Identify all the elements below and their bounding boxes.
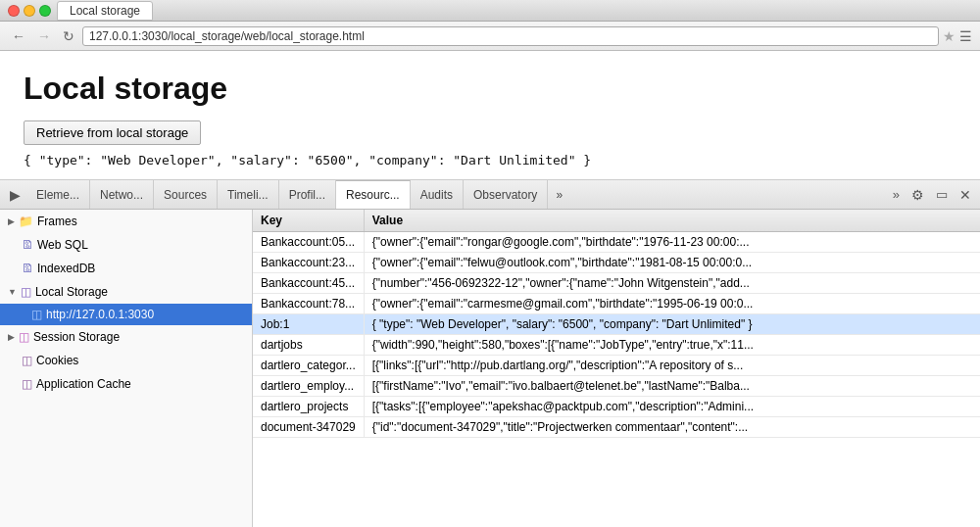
sidebar-label-cookies: Cookies	[36, 354, 78, 367]
browser-titlebar: Local storage	[0, 0, 980, 22]
table-row[interactable]: dartlero_projects[{"tasks":[{"employee":…	[253, 397, 980, 417]
devtools-toolbar: ▶ Eleme... Netwo... Sources Timeli... Pr…	[0, 180, 980, 210]
browser-controls	[8, 5, 51, 17]
db-icon-websql: 🖻	[22, 238, 33, 252]
table-cell-value: { "type": "Web Developer", "salary": "65…	[364, 314, 980, 335]
table-row[interactable]: Bankaccount:78...{"owner":{"email":"carm…	[253, 294, 980, 314]
sidebar-item-session-storage[interactable]: ▶ ◫ Session Storage	[0, 325, 252, 349]
tab-elements[interactable]: Eleme...	[26, 180, 90, 209]
table-cell-key: dartlero_categor...	[253, 356, 364, 376]
table-row[interactable]: document-347029{"id":"document-347029","…	[253, 417, 980, 438]
table-cell-key: Bankaccount:45...	[253, 273, 364, 294]
sidebar-label-session-storage: Session Storage	[33, 330, 120, 344]
expand-arrow-icon: ▶	[8, 216, 15, 226]
grid-icon-host: ◫	[31, 308, 42, 321]
tab-observatory[interactable]: Observatory	[464, 180, 548, 209]
close-button[interactable]	[8, 5, 20, 17]
devtools-panel: ▶ Eleme... Netwo... Sources Timeli... Pr…	[0, 180, 980, 527]
folder-icon: 📁	[19, 215, 33, 228]
table-cell-value: {"owner":{"email":"felwu@outlook.com","b…	[364, 253, 980, 273]
table-cell-key: dartjobs	[253, 335, 364, 356]
value-column-header: Value	[364, 210, 980, 232]
address-bar[interactable]: 127.0.0.1:3030/local_storage/web/local_s…	[82, 26, 939, 46]
tab-resources[interactable]: Resourc...	[336, 180, 411, 209]
page-content: Local storage Retrieve from local storag…	[0, 51, 980, 180]
sidebar-label-local-storage-host: http://127.0.0.1:3030	[46, 308, 154, 321]
table-cell-key: dartlero_employ...	[253, 376, 364, 397]
kv-table-container: Key Value Bankaccount:05...{"owner":{"em…	[253, 210, 980, 527]
grid-icon-local-storage: ◫	[21, 285, 31, 299]
sidebar-label-websql: Web SQL	[37, 238, 88, 252]
dock-icon[interactable]: ▭	[931, 185, 953, 204]
close-devtools-icon[interactable]: ✕	[955, 185, 976, 205]
settings-icon[interactable]: ⚙	[906, 185, 929, 205]
table-cell-value: {"number":"456-0692322-12","owner":{"nam…	[364, 273, 980, 294]
sidebar-label-indexeddb: IndexedDB	[37, 262, 95, 275]
table-cell-value: {"id":"document-347029","title":"Project…	[364, 417, 980, 438]
sidebar-item-app-cache[interactable]: ◫ Application Cache	[0, 372, 252, 396]
table-cell-key: document-347029	[253, 417, 364, 438]
table-row[interactable]: Bankaccount:45...{"number":"456-0692322-…	[253, 273, 980, 294]
table-cell-value: [{"links":[{"url":"http://pub.dartlang.o…	[364, 356, 980, 376]
key-column-header: Key	[253, 210, 364, 232]
devtools-sidebar: ▶ 📁 Frames 🖻 Web SQL 🖻 IndexedDB ▼ ◫ Loc…	[0, 210, 253, 527]
sidebar-label-local-storage: Local Storage	[35, 285, 108, 299]
table-cell-key: dartlero_projects	[253, 397, 364, 417]
tab-timeline[interactable]: Timeli...	[218, 180, 279, 209]
reload-button[interactable]: ↻	[59, 26, 78, 46]
browser-addressbar: ← → ↻ 127.0.0.1:3030/local_storage/web/l…	[0, 22, 980, 51]
table-cell-value: {"owner":{"email":"carmesme@gmail.com","…	[364, 294, 980, 314]
tab-audits[interactable]: Audits	[411, 180, 464, 209]
retrieve-button[interactable]: Retrieve from local storage	[24, 120, 201, 145]
toolbar-right: » ⚙ ▭ ✕	[888, 180, 976, 209]
sidebar-item-websql[interactable]: 🖻 Web SQL	[0, 233, 252, 257]
table-row[interactable]: Bankaccount:23...{"owner":{"email":"felw…	[253, 253, 980, 273]
devtools-body: ▶ 📁 Frames 🖻 Web SQL 🖻 IndexedDB ▼ ◫ Loc…	[0, 210, 980, 527]
star-button[interactable]: ★	[943, 28, 956, 44]
maximize-button[interactable]	[39, 5, 51, 17]
inspect-icon[interactable]: ▶	[4, 180, 26, 209]
tab-network[interactable]: Netwo...	[90, 180, 154, 209]
table-cell-value: [{"tasks":[{"employee":"apekshac@packtpu…	[364, 397, 980, 417]
kv-table: Key Value Bankaccount:05...{"owner":{"em…	[253, 210, 980, 438]
table-cell-key: Bankaccount:78...	[253, 294, 364, 314]
table-row[interactable]: Bankaccount:05...{"owner":{"email":"rong…	[253, 232, 980, 253]
sidebar-label-frames: Frames	[37, 215, 77, 228]
table-cell-key: Bankaccount:23...	[253, 253, 364, 273]
back-button[interactable]: ←	[8, 26, 29, 46]
console-icon[interactable]: »	[888, 185, 905, 204]
grid-icon-session-storage: ◫	[19, 330, 29, 344]
expand-arrow-icon-session: ▶	[8, 332, 15, 342]
table-row[interactable]: dartlero_categor...[{"links":[{"url":"ht…	[253, 356, 980, 376]
sidebar-item-local-storage[interactable]: ▼ ◫ Local Storage	[0, 280, 252, 304]
table-cell-value: {"width":990,"height":580,"boxes":[{"nam…	[364, 335, 980, 356]
table-row[interactable]: dartjobs{"width":990,"height":580,"boxes…	[253, 335, 980, 356]
expand-arrow-down-icon: ▼	[8, 287, 17, 297]
table-row[interactable]: Job:1{ "type": "Web Developer", "salary"…	[253, 314, 980, 335]
sidebar-item-indexeddb[interactable]: 🖻 IndexedDB	[0, 257, 252, 280]
sidebar-item-local-storage-host[interactable]: ◫ http://127.0.0.1:3030	[0, 304, 252, 325]
sidebar-label-app-cache: Application Cache	[36, 377, 131, 391]
browser-tab-title: Local storage	[57, 1, 153, 21]
forward-button[interactable]: →	[33, 26, 55, 46]
table-cell-value: {"owner":{"email":"rongar@google.com","b…	[364, 232, 980, 253]
page-title: Local storage	[24, 71, 956, 107]
table-row[interactable]: dartlero_employ...[{"firstName":"Ivo","e…	[253, 376, 980, 397]
table-cell-key: Job:1	[253, 314, 364, 335]
sidebar-item-frames[interactable]: ▶ 📁 Frames	[0, 210, 252, 233]
tab-profiles[interactable]: Profil...	[279, 180, 336, 209]
grid-icon-app-cache: ◫	[22, 377, 32, 391]
more-tabs[interactable]: »	[548, 180, 570, 209]
table-cell-value: [{"firstName":"Ivo","email":"ivo.balbaer…	[364, 376, 980, 397]
menu-button[interactable]: ☰	[959, 28, 972, 44]
minimize-button[interactable]	[24, 5, 35, 17]
grid-icon-cookies: ◫	[22, 354, 32, 367]
table-cell-key: Bankaccount:05...	[253, 232, 364, 253]
db-icon-indexeddb: 🖻	[22, 262, 33, 275]
sidebar-item-cookies[interactable]: ◫ Cookies	[0, 349, 252, 372]
storage-output: { "type": "Web Developer", "salary": "65…	[24, 153, 956, 168]
tab-sources[interactable]: Sources	[154, 180, 218, 209]
devtools-main: Key Value Bankaccount:05...{"owner":{"em…	[253, 210, 980, 527]
url-text: 127.0.0.1:3030/local_storage/web/local_s…	[89, 29, 365, 43]
